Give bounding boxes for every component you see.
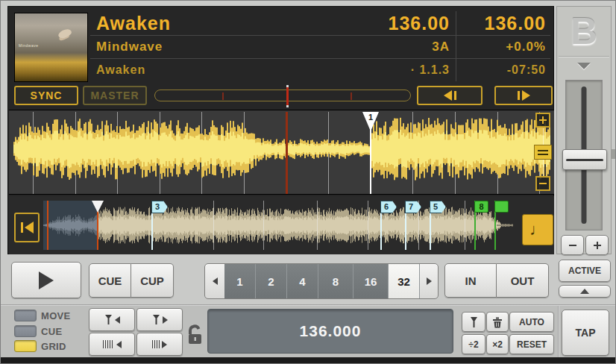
loop-size-right-arrow[interactable] (420, 264, 438, 298)
grid-ticks-icon (152, 340, 160, 348)
key-display: 3A (329, 40, 456, 54)
beatjump-forward-icon (522, 90, 530, 101)
cue-button[interactable]: CUE (89, 263, 131, 298)
stripe-loop-flag-7[interactable] (494, 201, 509, 213)
beatjump-back-icon (444, 90, 452, 101)
note-icon: ♩ (529, 220, 546, 239)
waveform-panel: 1 (9, 110, 554, 195)
loop-size-16[interactable]: 16 (353, 264, 389, 298)
gridmarker-move-left-button[interactable] (89, 308, 135, 331)
arrow-right-icon (162, 341, 167, 348)
master-button[interactable]: MASTER (83, 86, 147, 105)
arrow-left-icon (213, 277, 218, 285)
position-bar-cue-marker-2 (351, 92, 352, 100)
position-playhead-tip-top (286, 85, 289, 87)
album-art-caption: Mindwave (19, 43, 39, 48)
move-mode-label: MOVE (41, 310, 70, 321)
arrow-left-icon (116, 341, 122, 348)
grid-mode-indicator[interactable] (14, 340, 37, 352)
minus-icon (569, 245, 576, 246)
auto-grid-button[interactable]: AUTO (509, 312, 554, 332)
bpm-double-button[interactable]: ×2 (486, 334, 509, 354)
loop-size-32[interactable]: 32 (389, 264, 420, 298)
sync-button[interactable]: SYNC (14, 86, 78, 105)
info-row-title: Awaken 136.00 136.00 (90, 11, 550, 35)
tempo-bend-minus-button[interactable] (561, 235, 584, 255)
tap-tempo-button[interactable]: TAP (562, 310, 609, 356)
info-row-artist: Mindwave 3A +0.0% (90, 35, 550, 58)
loop-size-left-arrow[interactable] (205, 264, 224, 298)
set-gridmarker-button[interactable] (462, 312, 485, 332)
track-position-bar[interactable] (154, 90, 411, 101)
cue-mode-label: CUE (41, 326, 62, 337)
loop-size-1[interactable]: 1 (224, 264, 256, 298)
beatmarker-icon (152, 314, 160, 325)
arrow-right-icon (163, 316, 168, 324)
grid-shift-left-button[interactable] (89, 333, 135, 356)
track-artist: Mindwave (90, 40, 329, 54)
cue-mode-indicator[interactable] (14, 325, 37, 337)
stripe-area[interactable]: 36758 (43, 201, 513, 250)
handle-lines-icon (538, 150, 548, 151)
bpm-reset-button[interactable]: RESET (509, 334, 554, 354)
arrow-right-icon (427, 277, 432, 285)
window-bottom-strip (1, 357, 616, 364)
loop-size-8[interactable]: 8 (318, 264, 353, 298)
position-bar-playhead (286, 87, 289, 105)
loop-size-bar: 12481632 (204, 263, 439, 299)
grid-mode-label: GRID (41, 341, 66, 352)
arrow-up-icon (580, 289, 589, 294)
deck-bpm-display: 136.00 (456, 11, 550, 35)
advanced-panel-toggle-button[interactable] (559, 285, 611, 298)
deck-letter: B (557, 8, 611, 54)
zoom-handle-button[interactable] (534, 145, 552, 160)
zoom-out-button[interactable] (535, 176, 550, 191)
tempo-fader-handle[interactable] (562, 149, 607, 170)
minus-icon (539, 183, 547, 184)
loop-size-4[interactable]: 4 (287, 264, 318, 298)
cup-button[interactable]: CUP (131, 263, 174, 298)
loop-size-group: 12481632 (224, 264, 420, 298)
waveform-canvas[interactable] (10, 112, 553, 194)
beat-position-display: · 1.1.3 (329, 63, 456, 77)
beatjump-back-button[interactable] (417, 86, 483, 105)
stripe-loop-flag-8[interactable]: 8 (474, 201, 488, 213)
cue1-label: 1 (368, 113, 373, 122)
delete-gridmarker-button[interactable] (486, 312, 509, 332)
beatmarker-icon (470, 316, 478, 328)
chevron-down-icon (577, 63, 591, 69)
play-button[interactable] (11, 262, 81, 298)
grid-shift-right-button[interactable] (136, 333, 183, 356)
loop-out-button[interactable]: OUT (497, 263, 549, 298)
zoom-in-button[interactable] (535, 113, 550, 128)
time-remaining-display: -07:50 (456, 59, 550, 81)
skip-to-start-button[interactable] (14, 213, 40, 242)
position-playhead-tip-bottom (286, 105, 289, 107)
play-icon (39, 272, 54, 289)
beatjump-forward-button[interactable] (494, 86, 553, 105)
loop-active-button[interactable]: ACTIVE (559, 260, 611, 282)
arrow-left-icon (115, 316, 120, 324)
info-row-album: Awaken · 1.1.3 -07:50 (90, 58, 550, 81)
skip-to-start-icon (25, 222, 34, 233)
master-bpm-display: 136.00 (329, 13, 456, 34)
beatmarker-icon (104, 314, 113, 325)
traktor-deck-window: Mindwave Awaken 136.00 136.00 Mindwave 3… (0, 0, 616, 364)
bpm-value-display[interactable]: 136.000 (207, 309, 453, 354)
grid-lock-button[interactable] (186, 324, 204, 348)
track-album: Awaken (90, 63, 329, 77)
loop-in-button[interactable]: IN (444, 263, 497, 298)
stripe-panel: 36758 ♩ (9, 196, 554, 254)
track-info-grid: Awaken 136.00 136.00 Mindwave 3A +0.0% A… (90, 11, 550, 81)
keylock-button[interactable]: ♩ (522, 214, 553, 245)
fader-center-detent (612, 149, 616, 159)
bpm-halve-button[interactable]: ÷2 (462, 334, 485, 354)
gridmarker-move-right-button[interactable] (136, 308, 183, 331)
loop-size-2[interactable]: 2 (256, 264, 287, 298)
deck-side-column: B (556, 6, 612, 254)
tempo-bend-plus-button[interactable] (585, 235, 609, 255)
deck-collapse-button[interactable] (559, 57, 609, 74)
tempo-fader[interactable] (565, 80, 603, 230)
track-title: Awaken (90, 13, 329, 34)
move-mode-indicator[interactable] (14, 310, 37, 321)
